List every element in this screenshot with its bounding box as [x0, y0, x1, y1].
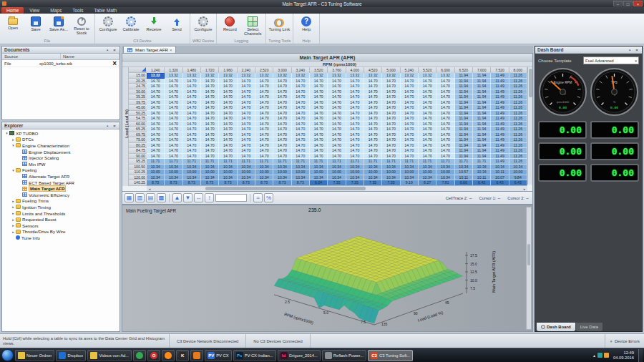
table-cell[interactable]: 11.49 [491, 132, 509, 138]
table-cell[interactable]: 10.34 [419, 165, 436, 170]
table-cell[interactable]: 10.34 [219, 175, 237, 181]
update-tray-icon[interactable] [604, 353, 609, 358]
table-cell[interactable]: 10.34 [364, 165, 382, 170]
table-cell[interactable]: 10.34 [310, 165, 328, 170]
table-cell[interactable]: 14.70 [255, 89, 273, 95]
table-cell[interactable]: 14.70 [147, 122, 165, 127]
ribbon-tab-tools[interactable]: Tools [67, 7, 88, 14]
row-header[interactable]: 80.25 [129, 143, 147, 149]
table-cell[interactable]: 11.71 [473, 159, 491, 165]
column-header[interactable]: 1,480 [183, 67, 201, 73]
table-cell[interactable]: 11.49 [491, 116, 509, 122]
table-cell[interactable]: 14.70 [147, 84, 165, 89]
table-cell[interactable]: 14.70 [310, 132, 328, 138]
row-header[interactable]: 84.75 [129, 148, 147, 154]
row-header[interactable]: 20.25 [129, 79, 147, 84]
close-button[interactable]: × [633, 1, 643, 6]
dash-tab-dash-board[interactable]: Dash Board [537, 323, 575, 331]
table-cell[interactable]: 14.70 [419, 89, 436, 95]
column-header[interactable]: 3,520 [310, 67, 328, 73]
tree-item-min-ipw[interactable]: Min IPW [2, 161, 119, 167]
interpolate-horizontal-button[interactable]: ↔ [194, 193, 203, 202]
table-cell[interactable]: 14.70 [310, 122, 328, 127]
table-cell[interactable]: 11.94 [455, 105, 473, 111]
table-cell[interactable]: 10.34 [238, 165, 255, 170]
table-cell[interactable]: 14.70 [292, 89, 310, 95]
table-cell[interactable]: 14.70 [238, 116, 255, 122]
interpolate-vertical-button[interactable]: ↕ [205, 193, 214, 202]
table-cell[interactable]: 14.70 [382, 111, 400, 117]
taskbar-reflash-power[interactable]: Reflash Power... [322, 350, 366, 361]
table-cell[interactable]: 14.70 [255, 148, 273, 154]
table-cell[interactable]: 14.70 [310, 84, 328, 89]
table-cell[interactable]: 14.70 [201, 122, 219, 127]
table-cell[interactable]: 10.00 [273, 170, 291, 175]
table-cell[interactable]: 11.94 [473, 122, 491, 127]
table-cell[interactable]: 11.71 [455, 159, 473, 165]
table-cell[interactable]: 14.70 [165, 89, 182, 95]
table-cell[interactable]: 14.70 [346, 79, 364, 84]
column-header[interactable]: 6,000 [436, 67, 454, 73]
column-header[interactable]: 1,720 [201, 67, 219, 73]
taskbar-videos-von-ad[interactable]: Videos von Ad... [87, 350, 132, 361]
table-cell[interactable]: 11.49 [491, 148, 509, 154]
table-cell[interactable]: 14.70 [219, 148, 237, 154]
table-cell[interactable]: 14.70 [255, 105, 273, 111]
table-cell[interactable]: 11.49 [491, 84, 509, 89]
table-cell[interactable]: 13.32 [238, 73, 255, 79]
pin-icon[interactable]: ▪ [627, 48, 633, 52]
table-cell[interactable]: 11.49 [491, 94, 509, 100]
table-cell[interactable]: 14.70 [238, 111, 255, 117]
table-cell[interactable]: 14.70 [273, 100, 291, 106]
table-cell[interactable]: 14.70 [238, 89, 255, 95]
table-cell[interactable]: 10.34 [346, 165, 364, 170]
table-cell[interactable]: 14.70 [328, 89, 346, 95]
table-cell[interactable]: 10.34 [273, 175, 291, 181]
table-cell[interactable]: 11.71 [147, 159, 165, 165]
decrease-value-button[interactable]: ▼ [183, 193, 192, 202]
table-cell[interactable]: 14.70 [310, 89, 328, 95]
table-cell[interactable]: 14.70 [419, 148, 436, 154]
table-cell[interactable]: 10.34 [238, 175, 255, 181]
table-cell[interactable]: 11.94 [455, 100, 473, 106]
table-cell[interactable]: 14.70 [273, 148, 291, 154]
table-cell[interactable]: 11.26 [509, 111, 527, 117]
table-cell[interactable]: 11.71 [346, 159, 364, 165]
table-cell[interactable]: 11.26 [509, 94, 527, 100]
table-cell[interactable]: 11.71 [219, 159, 237, 165]
table-cell[interactable]: 14.70 [165, 105, 182, 111]
table-cell[interactable]: 14.70 [273, 111, 291, 117]
table-cell[interactable]: 14.70 [238, 79, 255, 84]
table-cell[interactable]: 14.70 [147, 79, 165, 84]
table-cell[interactable]: 14.70 [238, 137, 255, 143]
table-cell[interactable]: 10.00 [201, 170, 219, 175]
table-cell[interactable]: 13.32 [273, 73, 291, 79]
table-cell[interactable]: 14.70 [364, 79, 382, 84]
table-cell[interactable]: 11.49 [491, 127, 509, 132]
table-cell[interactable]: 11.49 [491, 100, 509, 106]
table-cell[interactable]: 11.26 [509, 154, 527, 160]
table-cell[interactable]: 14.70 [436, 105, 454, 111]
table-cell[interactable]: 14.70 [292, 154, 310, 160]
configure-button[interactable]: Configure [192, 15, 214, 38]
table-cell[interactable]: 11.49 [491, 122, 509, 127]
table-cell[interactable]: 10.34 [455, 165, 473, 170]
table-cell[interactable]: 11.71 [328, 159, 346, 165]
tab-main-target-afr[interactable]: Main Target AFR × [123, 46, 176, 53]
table-cell[interactable]: 14.70 [255, 122, 273, 127]
taskbar-pv-cx[interactable]: PVPV CX [205, 350, 231, 361]
table-cell[interactable]: 14.70 [328, 94, 346, 100]
table-cell[interactable]: 11.94 [455, 73, 473, 79]
help-button[interactable]: Help [296, 15, 317, 38]
calibrate-button[interactable]: Calibrate [120, 15, 142, 38]
fill-cells-button[interactable]: ▩ [157, 193, 166, 202]
table-cell[interactable]: 14.70 [328, 111, 346, 117]
table-cell[interactable]: 11.94 [455, 79, 473, 84]
selected-table-cell[interactable]: 13.32 [147, 73, 165, 79]
table-cell[interactable]: 14.70 [147, 154, 165, 160]
table-cell[interactable]: 10.00 [147, 170, 165, 175]
table-cell[interactable]: 11.94 [455, 84, 473, 89]
tree-item-injector-scaling[interactable]: Injector Scaling [2, 155, 119, 161]
table-cell[interactable]: 14.70 [364, 137, 382, 143]
table-cell[interactable]: 14.70 [346, 116, 364, 122]
